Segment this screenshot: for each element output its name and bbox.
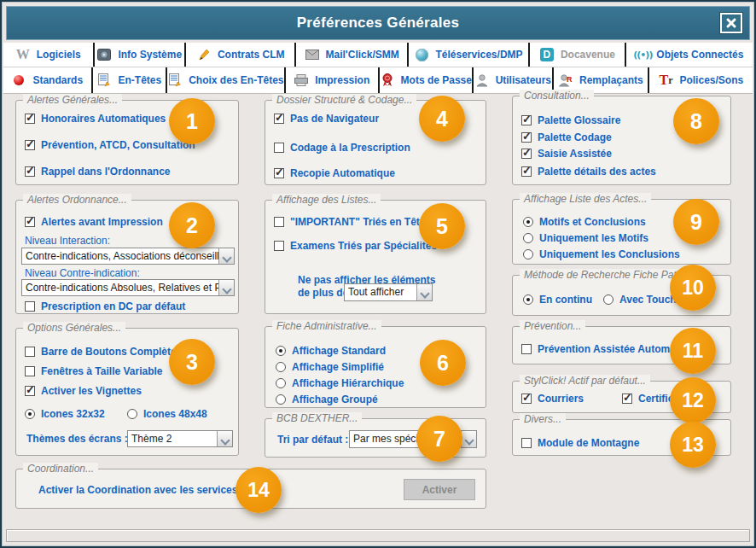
checkbox-alertes-avant-impression[interactable]: Alertes avant Impression (25, 216, 163, 228)
tab-impression[interactable]: Impression (286, 67, 381, 93)
checkbox[interactable] (274, 143, 284, 153)
checkbox[interactable] (521, 438, 532, 448)
tab-contrats-clm[interactable]: Contrats CLM (186, 43, 296, 67)
checkbox-certificats[interactable]: Certificats (622, 393, 689, 405)
checkbox-label[interactable]: Courriers (538, 393, 584, 405)
checkbox[interactable] (521, 344, 532, 354)
checkbox-label[interactable]: Palette détails des actes (538, 166, 656, 178)
checkbox-prevention-atcd-consultation[interactable]: Prévention, ATCD, Consultation (25, 139, 195, 151)
checkbox-label[interactable]: Recopie Automatique (290, 167, 395, 179)
checkbox-label[interactable]: Certificats (638, 393, 689, 405)
tab-mots-de-passe[interactable]: Mots de Passe (380, 67, 474, 93)
tab-standards[interactable]: Standards (3, 67, 93, 93)
tab-en-tetes[interactable]: En-Têtes (93, 67, 168, 93)
select-filtre-elements[interactable]: Tout afficher (344, 283, 433, 301)
checkbox[interactable] (25, 366, 35, 376)
radio[interactable] (523, 294, 533, 305)
select-themes[interactable]: Thème 2 (127, 430, 233, 447)
checkbox-label[interactable]: Pas de Navigateur (290, 113, 379, 125)
checkbox-label[interactable]: Rappel dans l'Ordonnance (41, 166, 171, 178)
checkbox-label[interactable]: Honoraires Automatiques (41, 113, 166, 125)
radio-label[interactable]: Motifs et Conclusions (539, 216, 646, 228)
checkbox[interactable] (622, 394, 632, 404)
checkbox-label[interactable]: Barre de Boutons Complète (41, 346, 177, 358)
radio-label[interactable]: En continu (539, 294, 592, 306)
checkbox-label[interactable]: Prévention Assistée Automatique (538, 343, 701, 355)
radio[interactable] (127, 409, 137, 419)
radio-label[interactable]: Affichage Simplifié (292, 361, 384, 373)
select-tri-par-defaut[interactable]: Par mes spécialités ... (349, 430, 477, 448)
chevron-down-icon[interactable] (461, 431, 476, 447)
radio-label[interactable]: Icones 32x32 (41, 408, 105, 420)
checkbox-label[interactable]: "IMPORTANT" Triés en Tête (290, 216, 426, 228)
checkbox[interactable] (25, 217, 35, 227)
radio-label[interactable]: Uniquement les Motifs (539, 232, 648, 244)
radio[interactable] (276, 394, 286, 405)
checkbox-palette-details-actes[interactable]: Palette détails des actes (521, 166, 656, 178)
checkbox-label[interactable]: Prescription en DC par défaut (41, 300, 185, 312)
checkbox-codage-prescription[interactable]: Codage à la Prescription (274, 142, 410, 154)
checkbox-palette-glossaire[interactable]: Palette Glossaire (521, 114, 620, 126)
chevron-down-icon[interactable] (218, 248, 234, 264)
checkbox-label[interactable]: Module de Montagne (538, 437, 639, 449)
checkbox[interactable] (25, 114, 35, 124)
checkbox[interactable] (274, 168, 284, 178)
radio-label[interactable]: Affichage Standard (292, 345, 386, 357)
radio-label[interactable]: Affichage Groupé (292, 394, 378, 405)
checkbox-fenetres-taille-variable[interactable]: Fenêtres à Taille Variable (25, 365, 163, 377)
checkbox[interactable] (25, 386, 35, 396)
activer-button[interactable]: Activer (404, 479, 475, 500)
radio-label[interactable]: Icones 48x48 (143, 408, 207, 420)
radio-label[interactable]: Avec Touche " (619, 294, 689, 306)
checkbox-barre-boutons-complete[interactable]: Barre de Boutons Complète (25, 346, 177, 358)
tab-info-systeme[interactable]: Info Système (95, 43, 187, 67)
radio[interactable] (276, 362, 286, 372)
chevron-down-icon[interactable] (416, 284, 432, 300)
checkbox-examens-tries-specialites[interactable]: Examens Triés par Spécialités (274, 240, 437, 252)
radio[interactable] (523, 249, 533, 259)
radio-avec-touche[interactable]: Avec Touche " (603, 294, 689, 306)
radio[interactable] (523, 233, 533, 243)
radio[interactable] (25, 409, 35, 419)
checkbox-courriers[interactable]: Courriers (521, 393, 584, 405)
radio-motifs-et-conclusions[interactable]: Motifs et Conclusions (523, 216, 646, 228)
checkbox-label[interactable]: Palette Codage (538, 131, 612, 143)
checkbox-honoraires-automatiques[interactable]: Honoraires Automatiques (25, 113, 166, 125)
select-niveau-contre-indication[interactable]: Contre-indications Absolues, Relatives e… (21, 279, 235, 296)
checkbox[interactable] (521, 115, 532, 125)
checkbox-palette-codage[interactable]: Palette Codage (521, 131, 612, 143)
checkbox[interactable] (521, 132, 532, 143)
tab-choix-des-en-tetes[interactable]: Choix des En-Têtes (167, 67, 285, 93)
radio[interactable] (603, 294, 614, 305)
checkbox-activer-vignettes[interactable]: Activer les Vignettes (25, 385, 142, 397)
radio-icones-48x48[interactable]: Icones 48x48 (127, 408, 207, 420)
checkbox[interactable] (25, 140, 35, 150)
radio-affichage-hierarchique[interactable]: Affichage Hiérarchique (276, 377, 404, 389)
checkbox-recopie-automatique[interactable]: Recopie Automatique (274, 167, 395, 179)
tab-docavenue[interactable]: D Docavenue (530, 43, 625, 67)
radio-affichage-groupe[interactable]: Affichage Groupé (276, 394, 378, 405)
checkbox-label[interactable]: Palette Glossaire (538, 114, 620, 126)
chevron-down-icon[interactable] (217, 431, 232, 446)
radio-affichage-standard[interactable]: Affichage Standard (276, 345, 386, 357)
checkbox-label[interactable]: Codage à la Prescription (290, 142, 410, 154)
checkbox[interactable] (521, 166, 532, 177)
checkbox[interactable] (25, 166, 35, 177)
tab-polices-sons[interactable]: Tr Polices/Sons (649, 67, 753, 93)
checkbox-pas-de-navigateur[interactable]: Pas de Navigateur (274, 113, 379, 125)
checkbox-prevention-assistee[interactable]: Prévention Assistée Automatique (521, 343, 701, 355)
checkbox-label[interactable]: Prévention, ATCD, Consultation (41, 139, 195, 151)
checkbox-label[interactable]: Fenêtres à Taille Variable (41, 365, 163, 377)
radio-label[interactable]: Uniquement les Conclusions (539, 248, 680, 260)
radio-affichage-simplifie[interactable]: Affichage Simplifié (276, 361, 384, 373)
checkbox-label[interactable]: Alertes avant Impression (41, 216, 163, 228)
checkbox[interactable] (274, 217, 284, 227)
radio-en-continu[interactable]: En continu (523, 294, 592, 306)
radio-uniquement-conclusions[interactable]: Uniquement les Conclusions (523, 248, 680, 260)
tab-logiciels[interactable]: W Logiciels (3, 43, 95, 67)
checkbox-rappel-ordonnance[interactable]: Rappel dans l'Ordonnance (25, 166, 171, 178)
checkbox-label[interactable]: Examens Triés par Spécialités (290, 240, 437, 252)
chevron-down-icon[interactable] (218, 280, 234, 295)
checkbox[interactable] (521, 149, 532, 159)
radio-icones-32x32[interactable]: Icones 32x32 (25, 408, 105, 420)
